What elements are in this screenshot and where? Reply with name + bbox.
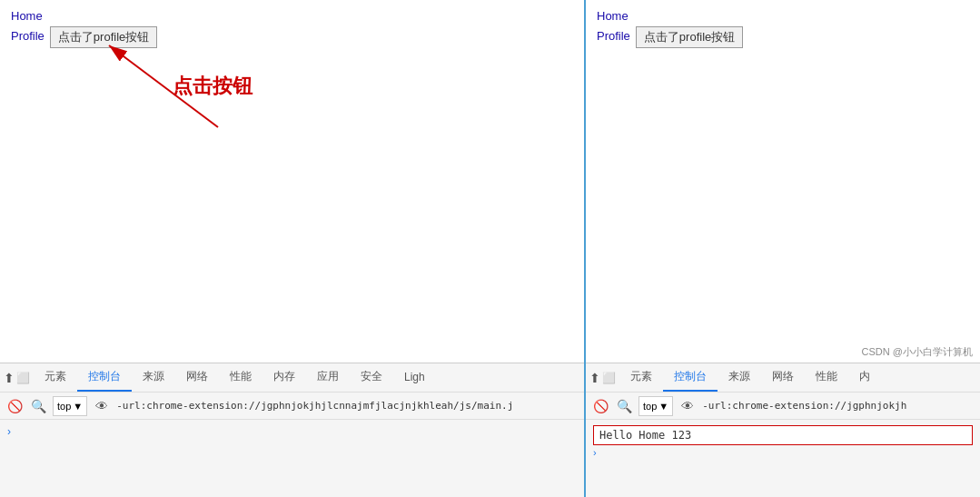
tab-performance-right[interactable]: 性能: [805, 363, 848, 392]
annotation-text-left: 点击按钮: [173, 73, 252, 100]
clear-console-btn-right[interactable]: 🚫: [591, 397, 609, 415]
console-prompt-left: ›: [7, 425, 11, 438]
tab-network-left[interactable]: 网络: [175, 363, 219, 392]
top-selector-left[interactable]: top ▼: [53, 396, 87, 416]
top-dropdown-arrow-right: ▼: [658, 401, 668, 412]
devtools-tabs-left: ⬆ ⬜ 元素 控制台 来源 网络 性能 内存 应用 安全 Ligh: [0, 363, 584, 393]
devtools-content-left: ›: [0, 420, 584, 497]
profile-link-right[interactable]: Profile: [597, 27, 630, 46]
devtools-toolbar-right: 🚫 🔍 top ▼ 👁 -url:chrome-extension://jgph…: [586, 393, 980, 420]
cursor-icon-left[interactable]: ⬆: [4, 371, 15, 385]
profile-button-right[interactable]: 点击了profile按钮: [636, 26, 743, 48]
top-dropdown-arrow-left: ▼: [73, 401, 83, 412]
home-link-right[interactable]: Home: [597, 7, 969, 26]
top-label-right: top: [643, 401, 657, 412]
box-icon-left[interactable]: ⬜: [16, 372, 30, 384]
devtools-content-right: Hello Home 123 ›: [586, 420, 980, 497]
tab-elements-left[interactable]: 元素: [34, 363, 77, 392]
right-panel: Home Profile 点击了profile按钮 CSDN @小小白学计算机 …: [586, 0, 980, 497]
home-link-left[interactable]: Home: [11, 7, 573, 26]
console-prompt-right: ›: [593, 447, 973, 458]
tab-performance-left[interactable]: 性能: [219, 363, 262, 392]
console-url-right: -url:chrome-extension://jgphnjokjh: [702, 400, 975, 412]
cursor-icon-right[interactable]: ⬆: [589, 371, 600, 385]
tab-console-right[interactable]: 控制台: [663, 363, 718, 392]
arrow-svg: [54, 27, 327, 173]
devtools-toolbar-left: 🚫 🔍 top ▼ 👁 -url:chrome-extension://jgph…: [0, 393, 584, 420]
clear-console-btn-left[interactable]: 🚫: [5, 397, 24, 415]
tab-console-left[interactable]: 控制台: [77, 363, 132, 392]
box-icon-right[interactable]: ⬜: [602, 372, 616, 384]
top-label-left: top: [57, 401, 71, 412]
tab-lighthouse-left[interactable]: Ligh: [393, 365, 436, 391]
profile-row-right: Profile 点击了profile按钮: [597, 26, 969, 48]
tab-sources-left[interactable]: 来源: [132, 363, 175, 392]
tab-application-left[interactable]: 应用: [306, 363, 350, 392]
tab-elements-right[interactable]: 元素: [619, 363, 663, 392]
eye-btn-right[interactable]: 👁: [678, 397, 697, 415]
console-output: Hello Home 123: [593, 425, 973, 445]
annotation-area: 点击按钮: [54, 27, 345, 191]
tab-network-right[interactable]: 网络: [761, 363, 805, 392]
eye-btn-left[interactable]: 👁: [93, 397, 111, 415]
console-url-left: -url:chrome-extension://jgphnjokjhjlcnna…: [116, 400, 579, 412]
tab-memory-right[interactable]: 内: [848, 363, 881, 392]
tab-memory-left[interactable]: 内存: [262, 363, 306, 392]
filter-btn-left[interactable]: 🔍: [29, 397, 47, 415]
devtools-icons-left: ⬆ ⬜: [4, 371, 30, 385]
filter-btn-right[interactable]: 🔍: [615, 397, 633, 415]
tab-security-left[interactable]: 安全: [350, 363, 393, 392]
tab-sources-right[interactable]: 来源: [718, 363, 761, 392]
left-panel: Home Profile 点击了profile按钮 点击按钮 ⬆: [0, 0, 586, 497]
devtools-icons-right: ⬆ ⬜: [589, 371, 616, 385]
right-browser-content: Home Profile 点击了profile按钮 CSDN @小小白学计算机: [586, 0, 980, 363]
profile-link-left[interactable]: Profile: [11, 27, 45, 46]
devtools-bar-right: ⬆ ⬜ 元素 控制台 来源 网络 性能 内 🚫 🔍 top ▼ 👁 -url:c…: [586, 363, 980, 497]
devtools-bar-left: ⬆ ⬜ 元素 控制台 来源 网络 性能 内存 应用 安全 Ligh 🚫 🔍 to…: [0, 363, 584, 497]
left-browser-content: Home Profile 点击了profile按钮 点击按钮: [0, 0, 584, 363]
top-selector-right[interactable]: top ▼: [638, 396, 673, 416]
watermark: CSDN @小小白学计算机: [862, 345, 973, 359]
devtools-tabs-right: ⬆ ⬜ 元素 控制台 来源 网络 性能 内: [586, 363, 980, 393]
